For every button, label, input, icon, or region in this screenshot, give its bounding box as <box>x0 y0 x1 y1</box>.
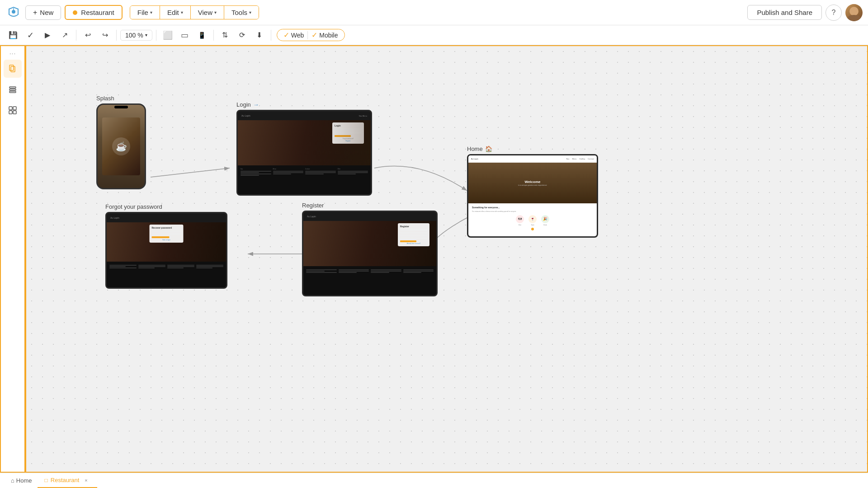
menu-group: File ▾ Edit ▾ View ▾ Tools ▾ <box>130 5 259 19</box>
check-icon: ✓ <box>27 30 34 40</box>
tablet-icon: ▭ <box>181 30 189 40</box>
home-label: Home 🏠 <box>467 145 598 152</box>
home-tab-label: Home <box>16 477 32 484</box>
restaurant-tab[interactable]: □ Restaurant × <box>38 474 98 488</box>
tools-menu[interactable]: Tools ▾ <box>224 6 259 19</box>
edit-label: Edit <box>167 9 179 16</box>
splash-frame[interactable]: Splash ☕ <box>96 95 146 189</box>
interact-button[interactable]: ⇅ <box>217 28 233 43</box>
redo-button[interactable]: ↪ <box>97 28 113 43</box>
link-button[interactable]: ⟳ <box>235 28 250 43</box>
plus-icon: + <box>33 9 37 17</box>
svg-rect-6 <box>9 91 16 93</box>
home-desktop: Au Lapin Nav Menu Gallery Contact Welcom… <box>467 154 598 238</box>
toolbar-sep-2 <box>116 30 117 41</box>
undo-icon: ↩ <box>85 31 91 39</box>
save-icon: 💾 <box>9 31 18 39</box>
mobile-check-icon: ✓ <box>311 31 317 39</box>
mobile-button[interactable]: 📱 <box>194 28 210 43</box>
tools-chevron-icon: ▾ <box>249 10 251 15</box>
sidebar-layers-icon[interactable] <box>4 80 22 99</box>
left-sidebar: ··· <box>0 45 25 473</box>
zoom-chevron-icon: ▾ <box>145 33 147 38</box>
home-frame[interactable]: Home 🏠 Au Lapin Nav Menu Gallery Contact <box>467 145 598 238</box>
toolbar: 💾 ✓ ▶ ↗ ↩ ↪ 100 % ▾ ⬜ ▭ 📱 ⇅ ⟳ <box>0 25 868 45</box>
logo <box>5 5 22 21</box>
forgot-label: Forgot your password <box>105 203 227 210</box>
edit-chevron-icon: ▾ <box>181 10 183 15</box>
sidebar-handle: ··· <box>9 50 16 57</box>
splash-phone: ☕ <box>96 103 146 189</box>
svg-rect-9 <box>9 111 12 114</box>
file-chevron-icon: ▾ <box>150 10 152 15</box>
check-button[interactable]: ✓ <box>23 28 38 43</box>
close-tab-button[interactable]: × <box>82 476 90 484</box>
bottombar: ⌂ Home □ Restaurant × <box>0 473 868 488</box>
home-tab-icon: ⌂ <box>11 477 14 484</box>
svg-point-0 <box>12 10 15 14</box>
svg-rect-3 <box>11 66 15 72</box>
web-toggle[interactable]: ✓ Web <box>283 31 304 39</box>
zoom-value: 100 % <box>125 32 143 39</box>
svg-rect-5 <box>9 89 16 90</box>
redo-icon: ↪ <box>102 31 108 39</box>
register-frame[interactable]: Register Au Lapin Register <box>302 202 438 296</box>
tablet-button[interactable]: ▭ <box>177 28 193 43</box>
home-tab[interactable]: ⌂ Home <box>5 474 38 487</box>
undo-button[interactable]: ↩ <box>80 28 95 43</box>
share-icon: ↗ <box>62 31 68 39</box>
svg-rect-4 <box>9 87 16 88</box>
help-button[interactable]: ? <box>826 5 842 21</box>
view-menu[interactable]: View ▾ <box>191 6 224 19</box>
sidebar-pages-icon[interactable] <box>4 60 22 78</box>
web-check-icon: ✓ <box>283 31 289 39</box>
play-icon: ▶ <box>45 31 50 39</box>
svg-rect-8 <box>13 107 16 110</box>
avatar[interactable] <box>845 4 863 21</box>
play-button[interactable]: ▶ <box>40 28 55 43</box>
view-label: View <box>198 9 212 16</box>
edit-menu[interactable]: Edit ▾ <box>160 6 191 19</box>
web-mobile-group: ✓ Web ✓ Mobile <box>277 29 345 41</box>
publish-button[interactable]: Publish and Share <box>747 5 822 20</box>
avatar-image <box>845 4 863 21</box>
restaurant-tab-icon: □ <box>45 477 48 483</box>
login-frame[interactable]: Login → Au Lapin Nav Menu Login <box>236 101 372 196</box>
svg-rect-2 <box>9 65 14 70</box>
mobile-toggle[interactable]: ✓ Mobile <box>311 31 338 39</box>
main-area: ··· <box>0 45 868 473</box>
login-arrow-icon: → <box>253 101 259 108</box>
toolbar-sep-5 <box>271 30 271 41</box>
download-button[interactable]: ⬇ <box>252 28 267 43</box>
download-icon: ⬇ <box>256 31 262 39</box>
file-label: File <box>137 9 148 16</box>
toolbar-sep-1 <box>76 30 76 41</box>
desktop-button[interactable]: ⬜ <box>160 28 175 43</box>
canvas[interactable]: Splash ☕ Login → <box>25 45 868 473</box>
login-label: Login → <box>236 101 372 108</box>
mobile-label: Mobile <box>319 32 338 39</box>
publish-label: Publish and Share <box>757 9 812 16</box>
topbar: + New Restaurant File ▾ Edit ▾ View ▾ To… <box>0 0 868 25</box>
project-name: Restaurant <box>81 9 114 16</box>
forgot-frame[interactable]: Forgot your password Au Lapin Recover pa… <box>105 203 227 289</box>
restaurant-tab-label: Restaurant <box>51 477 80 483</box>
sidebar-components-icon[interactable] <box>4 101 22 119</box>
svg-rect-7 <box>9 107 12 110</box>
svg-rect-10 <box>13 111 16 114</box>
mobile-icon: 📱 <box>198 32 206 39</box>
new-button[interactable]: + New <box>25 5 61 20</box>
zoom-control[interactable]: 100 % ▾ <box>120 30 152 41</box>
web-label: Web <box>291 32 304 39</box>
interact-icon: ⇅ <box>222 31 228 39</box>
save-button[interactable]: 💾 <box>5 28 21 43</box>
project-button[interactable]: Restaurant <box>65 5 122 20</box>
toolbar-sep-3 <box>156 30 156 41</box>
home-house-icon: 🏠 <box>485 145 492 152</box>
help-icon: ? <box>832 9 836 17</box>
share-button[interactable]: ↗ <box>57 28 72 43</box>
file-menu[interactable]: File ▾ <box>130 6 160 19</box>
register-tablet: Au Lapin Register Already have account? <box>302 211 438 296</box>
new-label: New <box>40 9 53 16</box>
desktop-icon: ⬜ <box>163 30 173 40</box>
